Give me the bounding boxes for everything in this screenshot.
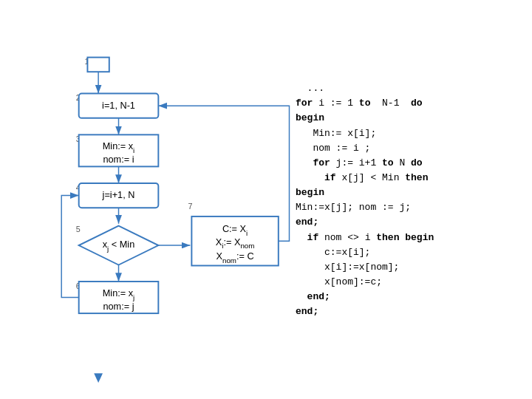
end-arrow	[94, 373, 103, 383]
code-line-12: c:=x[i];	[296, 247, 370, 258]
code-line-1: ...	[307, 83, 324, 94]
code-line-14: x[nom]:=c;	[296, 276, 382, 287]
code-line-3: begin	[296, 112, 324, 123]
svg-rect-1	[87, 58, 109, 72]
code-line-16: end;	[296, 306, 318, 317]
code-line-10: end;	[296, 216, 318, 228]
code-line-11: if nom <> i then begin	[296, 232, 434, 243]
code-line-6: for j:= i+1 to N do	[296, 157, 423, 168]
code-line-9: Min:=x[j]; nom := j;	[296, 202, 411, 213]
loop2-label: j=i+1, N	[102, 189, 135, 200]
tag-5: 5	[76, 225, 81, 233]
loop1-label: i=1, N-1	[102, 100, 135, 111]
code-line-15: end;	[296, 291, 330, 302]
code-line-8: begin	[296, 187, 324, 198]
box6-line2: nom:= j	[103, 301, 134, 312]
flowchart: 1 2 i=1, N-1 3 Min:= xi nom:= i 4 j=i+1,…	[44, 44, 310, 384]
code-line-13: x[i]:=x[nom];	[296, 262, 399, 273]
tag-7: 7	[188, 202, 192, 211]
code-line-2: for i := 1 to N-1 do	[296, 98, 423, 109]
code-display: ... for i := 1 to N-1 do begin Min:= x[i…	[296, 66, 525, 319]
code-line-5: nom := i ;	[296, 143, 370, 154]
code-line-4: Min:= x[i];	[296, 128, 376, 139]
code-line-7: if x[j] < Min then	[296, 172, 428, 183]
box3-line2: nom:= i	[103, 154, 134, 165]
